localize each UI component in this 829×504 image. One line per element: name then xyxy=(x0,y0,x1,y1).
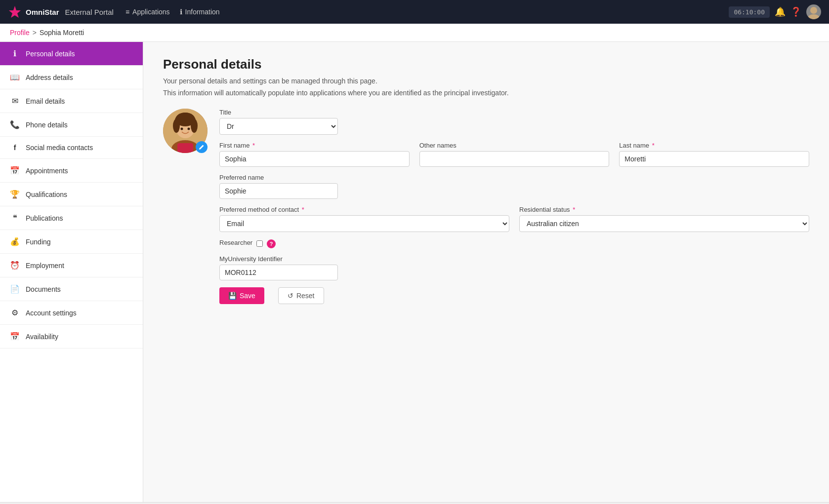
social-media-icon: f xyxy=(10,144,20,152)
edit-icon xyxy=(199,144,205,150)
title-select[interactable]: Dr Mr Mrs Ms Prof xyxy=(219,118,338,135)
user-avatar[interactable] xyxy=(806,4,821,19)
nav-item-information[interactable]: ℹ Information xyxy=(180,8,220,16)
preferred-contact-required: * xyxy=(302,206,304,213)
svg-point-7 xyxy=(173,119,180,133)
page-title: Personal details xyxy=(163,57,809,72)
first-name-group: First name * xyxy=(219,142,410,167)
nav-item-applications[interactable]: ≡ Applications xyxy=(125,8,170,16)
personal-details-icon: ℹ xyxy=(10,49,20,58)
sidebar-item-documents[interactable]: 📄 Documents xyxy=(0,277,143,301)
researcher-checkbox[interactable] xyxy=(256,240,263,247)
documents-icon: 📄 xyxy=(10,284,20,294)
sidebar-item-label: Funding xyxy=(26,238,51,246)
sidebar-item-label: Employment xyxy=(26,262,64,270)
top-nav-right: 06:10:00 🔔 ❓ xyxy=(729,4,821,19)
myuniversity-input[interactable] xyxy=(219,265,338,280)
title-label: Title xyxy=(219,109,338,116)
sidebar-item-phone-details[interactable]: 📞 Phone details xyxy=(0,113,143,137)
breadcrumb-separator: > xyxy=(33,29,37,37)
sidebar-item-label: Publications xyxy=(26,214,63,222)
svg-point-2 xyxy=(808,14,820,19)
avatar-image xyxy=(806,4,821,19)
svg-point-10 xyxy=(188,128,190,130)
myuniversity-group: MyUniversity Identifier xyxy=(219,255,338,280)
sidebar-item-label: Account settings xyxy=(26,309,77,317)
employment-icon: ⏰ xyxy=(10,261,20,270)
sidebar-item-label: Documents xyxy=(26,285,61,293)
sidebar-item-label: Address details xyxy=(26,74,73,81)
notifications-icon[interactable]: 🔔 xyxy=(775,6,786,17)
breadcrumb-profile-link[interactable]: Profile xyxy=(10,29,30,37)
other-names-label: Other names xyxy=(419,142,610,149)
name-row: First name * Other names Last name * xyxy=(219,142,809,167)
session-timer: 06:10:00 xyxy=(729,6,770,18)
qualifications-icon: 🏆 xyxy=(10,190,20,199)
preferred-name-input[interactable] xyxy=(219,183,338,199)
sidebar-item-label: Personal details xyxy=(26,50,75,58)
title-group: Title Dr Mr Mrs Ms Prof xyxy=(219,109,338,135)
residential-status-select[interactable]: Australian citizen Permanent resident In… xyxy=(519,215,809,232)
main-layout: ℹ Personal details 📖 Address details ✉ E… xyxy=(0,42,829,502)
sidebar-item-label: Appointments xyxy=(26,167,68,175)
applications-label: Applications xyxy=(132,8,170,16)
sidebar: ℹ Personal details 📖 Address details ✉ E… xyxy=(0,42,143,502)
breadcrumb-current: Sophia Moretti xyxy=(40,29,84,37)
form-fields: Title Dr Mr Mrs Ms Prof Fir xyxy=(219,109,809,311)
myuniversity-row: MyUniversity Identifier xyxy=(219,255,809,280)
last-name-input[interactable] xyxy=(619,151,809,167)
reset-button[interactable]: ↺ Reset xyxy=(278,287,324,304)
first-name-required: * xyxy=(252,142,255,149)
avatar-edit-button[interactable] xyxy=(196,141,207,153)
other-names-group: Other names xyxy=(419,142,610,167)
top-nav-menu: ≡ Applications ℹ Information xyxy=(125,8,717,16)
funding-icon: 💰 xyxy=(10,237,20,246)
sidebar-item-label: Social media contacts xyxy=(26,144,93,152)
sidebar-item-social-media-contacts[interactable]: f Social media contacts xyxy=(0,137,143,159)
preferred-contact-select[interactable]: Email Phone Post xyxy=(219,215,509,232)
first-name-input[interactable] xyxy=(219,151,410,167)
sidebar-item-label: Phone details xyxy=(26,121,68,129)
sidebar-item-personal-details[interactable]: ℹ Personal details xyxy=(0,42,143,66)
residential-status-group: Residential status * Australian citizen … xyxy=(519,206,809,232)
sidebar-item-account-settings[interactable]: ⚙ Account settings xyxy=(0,301,143,325)
save-button[interactable]: 💾 Save xyxy=(219,287,264,304)
researcher-row: Researcher ? xyxy=(219,239,809,248)
sidebar-item-publications[interactable]: ❝ Publications xyxy=(0,206,143,230)
contact-residential-row: Preferred method of contact * Email Phon… xyxy=(219,206,809,232)
preferred-name-group: Preferred name xyxy=(219,174,338,199)
svg-marker-0 xyxy=(9,6,21,18)
brand-logo[interactable]: OmniStar External Portal xyxy=(8,5,114,19)
other-names-input[interactable] xyxy=(419,151,610,167)
researcher-label: Researcher xyxy=(219,239,252,246)
avatar-upload xyxy=(163,109,207,153)
sidebar-item-employment[interactable]: ⏰ Employment xyxy=(0,254,143,277)
sidebar-item-funding[interactable]: 💰 Funding xyxy=(0,230,143,254)
last-name-label: Last name * xyxy=(619,142,809,149)
sidebar-item-availability[interactable]: 📅 Availability xyxy=(0,325,143,349)
sidebar-item-address-details[interactable]: 📖 Address details xyxy=(0,66,143,89)
applications-icon: ≡ xyxy=(125,8,129,16)
title-row: Title Dr Mr Mrs Ms Prof xyxy=(219,109,809,135)
sidebar-item-qualifications[interactable]: 🏆 Qualifications xyxy=(0,183,143,206)
publications-icon: ❝ xyxy=(10,213,20,223)
myuniversity-label: MyUniversity Identifier xyxy=(219,255,338,263)
sidebar-item-label: Availability xyxy=(26,333,58,341)
main-content: Personal details Your personal details a… xyxy=(143,42,829,502)
residential-status-required: * xyxy=(573,206,575,213)
sidebar-item-label: Qualifications xyxy=(26,191,67,198)
top-navigation: OmniStar External Portal ≡ Applications … xyxy=(0,0,829,24)
sidebar-item-appointments[interactable]: 📅 Appointments xyxy=(0,159,143,183)
phone-details-icon: 📞 xyxy=(10,120,20,129)
help-icon[interactable]: ❓ xyxy=(790,6,801,17)
information-label: Information xyxy=(185,8,220,16)
page-description: Your personal details and settings can b… xyxy=(163,77,809,85)
portal-name: External Portal xyxy=(65,8,114,16)
account-settings-icon: ⚙ xyxy=(10,308,20,317)
preferred-contact-group: Preferred method of contact * Email Phon… xyxy=(219,206,509,232)
sidebar-item-email-details[interactable]: ✉ Email details xyxy=(0,89,143,113)
researcher-help-icon[interactable]: ? xyxy=(267,239,276,248)
svg-point-8 xyxy=(191,119,198,133)
residential-status-label: Residential status * xyxy=(519,206,809,213)
last-name-group: Last name * xyxy=(619,142,809,167)
